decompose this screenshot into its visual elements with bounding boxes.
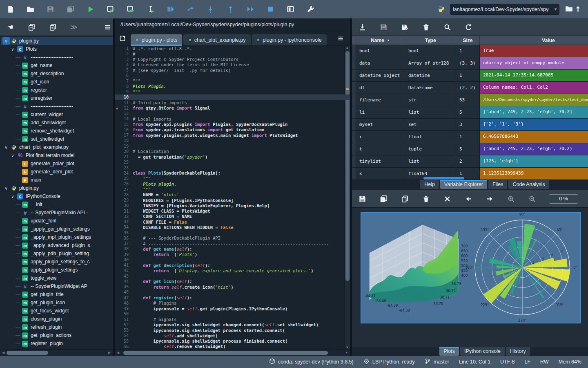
code-line[interactable]: 24class Plots(SpyderDockablePlugin):: [115, 171, 350, 176]
tab-help[interactable]: Help: [420, 180, 439, 189]
outline-item--spyderpluginmixin-api-[interactable]: #-- SpyderPluginMixin API -: [1, 209, 113, 217]
zoom-in-icon[interactable]: [506, 194, 515, 203]
code-line[interactable]: 8Plots Plugin.: [115, 84, 350, 89]
outline-item-register_plugin[interactable]: mregister_plugin: [1, 339, 113, 348]
scroll-right-icon[interactable]: ▼: [344, 351, 349, 355]
outline-item-plots[interactable]: ∨CPlots: [1, 45, 113, 53]
column-header-name[interactable]: Name▲: [356, 36, 405, 45]
variable-row-t[interactable]: ttuple5('abcd', 745, 2.23, 'efgh', 70.2): [352, 143, 588, 155]
outline-item-remove_shellwidget[interactable]: mremove_shellwidget: [1, 127, 113, 135]
code-line[interactable]: 25 """: [115, 176, 350, 181]
tab-menu-icon[interactable]: [335, 33, 346, 44]
outline-item-current_widget[interactable]: mcurrent_widget: [1, 110, 113, 119]
outline-hscrollbar[interactable]: ◀ ▶: [0, 349, 113, 356]
variable-explorer-table[interactable]: Name▲TypeSizeValue boolbool1TruedataArra…: [352, 36, 588, 180]
outline-item-closing_plugin[interactable]: mclosing_plugin: [1, 315, 113, 323]
outline-item--[interactable]: #--------------------------: [1, 53, 113, 61]
outline-item-apply_plugin_settings[interactable]: mapply_plugin_settings: [1, 266, 113, 274]
outline-item-_apply_pdb_plugin_setting[interactable]: m_apply_pdb_plugin_setting: [1, 249, 113, 258]
maximize-pane-icon[interactable]: [286, 5, 295, 14]
code-line[interactable]: 2#: [115, 51, 350, 56]
code-line[interactable]: 13: [115, 111, 350, 116]
code-line[interactable]: 41 def get_description(self):: [115, 263, 350, 268]
editor-hscrollbar[interactable]: ◀ ▼: [115, 349, 350, 356]
code-line[interactable]: 11# Third party imports: [115, 100, 350, 105]
open-file-icon[interactable]: [26, 5, 35, 14]
tab-files[interactable]: Files: [488, 180, 507, 189]
scroll-left-icon[interactable]: ◀: [1, 351, 6, 355]
working-directory-input[interactable]: [450, 7, 552, 12]
code-editor[interactable]: ▲ ▼ 1# -*- coding: utf-8 -*-2#3# Copyrig…: [115, 46, 350, 349]
column-header-value[interactable]: Value: [480, 36, 588, 45]
expander-icon[interactable]: ∨: [9, 152, 16, 159]
variable-row-datetime_object[interactable]: datetime_objectdatetime12021-04-14 17:35…: [352, 70, 588, 82]
code-line[interactable]: 46: [115, 289, 350, 295]
expander-icon[interactable]: ∨: [9, 193, 16, 200]
outline-item-ipythonconsole[interactable]: ∨CIPythonConsole: [1, 192, 113, 200]
status-cursor-position[interactable]: Line 10, Col 1: [459, 359, 490, 365]
expander-icon[interactable]: ∨: [2, 144, 10, 151]
outline-item-get_plugin_icon[interactable]: mget_plugin_icon: [1, 298, 113, 307]
code-line[interactable]: 19: [115, 144, 350, 149]
next-plot-icon[interactable]: [485, 194, 494, 203]
go-to-cursor-icon[interactable]: ☚: [6, 22, 15, 31]
remove-plot-icon[interactable]: [421, 194, 430, 203]
close-icon[interactable]: ×: [188, 37, 192, 43]
code-line[interactable]: 17from spyder.plugins.plots.widgets.main…: [115, 132, 350, 138]
editor-tab[interactable]: ×plugin.py - plots: [131, 34, 182, 45]
code-line[interactable]: 45 return self.create_icon('hist'): [115, 284, 350, 289]
outline-item-add_shellwidget[interactable]: madd_shellwidget: [1, 119, 113, 127]
restore-original-icon[interactable]: ≫: [69, 22, 78, 31]
zoom-out-icon[interactable]: [528, 194, 537, 203]
status-eol[interactable]: LF: [525, 359, 531, 365]
code-line[interactable]: 18: [115, 138, 350, 143]
code-line[interactable]: 35: [115, 230, 350, 236]
tab-variable-explorer[interactable]: Variable Explorer: [440, 180, 487, 189]
run-selection-icon[interactable]: [146, 5, 155, 14]
variable-row-df[interactable]: dfDataFrame(2, 2)Column names: Col1, Col…: [352, 82, 588, 94]
code-line[interactable]: 27 """: [115, 187, 350, 192]
code-line[interactable]: 52 ipyconsole.sig_shellwidget_changed.co…: [115, 322, 350, 328]
outline-item-get_name[interactable]: mget_name: [1, 61, 113, 70]
outline-item-generate_dem_plot[interactable]: Fgenerate_dem_plot: [1, 168, 113, 176]
outline-item-refresh_plugin[interactable]: mrefresh_plugin: [1, 323, 113, 331]
preferences-icon[interactable]: [306, 5, 315, 14]
outline-item-plugin-py[interactable]: ∨plugin.py: [1, 184, 113, 192]
outline-item-update_font[interactable]: mupdate_font: [1, 217, 113, 225]
outline-item-main[interactable]: Fmain: [1, 176, 113, 184]
expand-all-icon[interactable]: [48, 22, 57, 31]
code-line[interactable]: 6: [115, 73, 350, 78]
code-line[interactable]: 48 # Plugins: [115, 301, 350, 306]
tab-code-analysis[interactable]: Code Analysis: [508, 180, 549, 189]
code-line[interactable]: 31 WIDGET_CLASS = PlotsWidget: [115, 209, 350, 214]
save-all-icon[interactable]: [66, 5, 75, 14]
variable-row-data[interactable]: dataArray of str128(3, 3)ndarray object …: [352, 57, 588, 70]
code-line[interactable]: 10: [115, 94, 350, 100]
editor-tab[interactable]: ×plugin.py - ipythonconsole: [252, 34, 327, 45]
outline-item-plugin-py[interactable]: ∨plugin.py: [1, 37, 113, 45]
refresh-variables-icon[interactable]: [464, 22, 473, 31]
code-line[interactable]: 1# -*- coding: utf-8 -*-: [115, 46, 350, 51]
scroll-left-icon[interactable]: ◀: [116, 351, 120, 355]
open-directory-icon[interactable]: [564, 4, 573, 13]
variable-row-myset[interactable]: mysetset3{'2', '1', '3'}: [352, 119, 588, 131]
code-line[interactable]: 9""": [115, 89, 350, 94]
code-line[interactable]: 51 # Signals: [115, 317, 350, 322]
run-cell-icon[interactable]: [106, 5, 115, 14]
code-line[interactable]: 36 # --- SpyderDockablePlugin API: [115, 236, 350, 241]
code-line[interactable]: 43: [115, 274, 350, 279]
variable-row-li[interactable]: lilist5['abcd', 745, 2.23, 'efgh', 70.2]: [352, 106, 588, 119]
outline-item--spyderpluginwidget-ap[interactable]: #-- SpyderPluginWidget AP: [1, 282, 113, 290]
outline-item-get_focus_widget[interactable]: mget_focus_widget: [1, 307, 113, 315]
save-icon[interactable]: [46, 5, 55, 14]
run-cell-advance-icon[interactable]: [126, 5, 135, 14]
status-encoding[interactable]: UTF-8: [500, 359, 514, 365]
outline-item-toggle_view[interactable]: mtoggle_view: [1, 274, 113, 282]
outline-item-_apply_advanced_plugin_s[interactable]: m_apply_advanced_plugin_s: [1, 241, 113, 249]
run-icon[interactable]: [86, 5, 95, 14]
outline-item-generate_polar_plot[interactable]: Fgenerate_polar_plot: [1, 159, 113, 168]
expander-icon[interactable]: ∨: [9, 45, 16, 53]
close-icon[interactable]: ×: [136, 37, 139, 43]
collapse-all-icon[interactable]: [27, 22, 36, 31]
outline-item-__init__[interactable]: m__init__: [1, 200, 113, 209]
